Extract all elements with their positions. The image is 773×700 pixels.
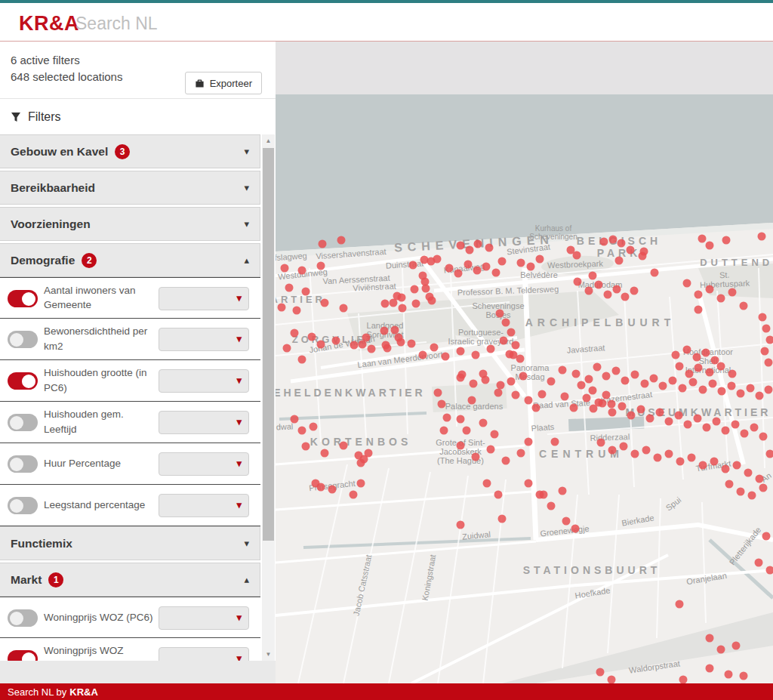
location-dot[interactable] bbox=[443, 414, 451, 422]
location-dot[interactable] bbox=[368, 345, 376, 353]
location-dot[interactable] bbox=[608, 409, 617, 417]
location-dot[interactable] bbox=[365, 449, 373, 458]
location-dot[interactable] bbox=[302, 288, 310, 296]
location-dot[interactable] bbox=[492, 269, 500, 277]
location-dot[interactable] bbox=[583, 394, 591, 402]
location-dot[interactable] bbox=[337, 236, 346, 245]
location-dot[interactable] bbox=[725, 480, 734, 489]
location-dot[interactable] bbox=[536, 491, 544, 499]
location-dot[interactable] bbox=[494, 389, 503, 397]
location-dot[interactable] bbox=[621, 293, 630, 301]
location-dot[interactable] bbox=[694, 415, 702, 423]
location-dot[interactable] bbox=[517, 449, 525, 458]
location-dot[interactable] bbox=[457, 521, 465, 529]
dropdown-woningprijs-woz-buurt[interactable]: ▾ bbox=[159, 647, 249, 661]
location-dot[interactable] bbox=[525, 396, 533, 405]
location-dot[interactable] bbox=[676, 458, 685, 466]
location-dot[interactable] bbox=[310, 423, 318, 431]
location-dot[interactable] bbox=[596, 668, 605, 677]
location-dot[interactable] bbox=[430, 344, 439, 352]
location-dot[interactable] bbox=[494, 491, 503, 499]
location-dot[interactable] bbox=[551, 438, 559, 446]
location-dot[interactable] bbox=[762, 532, 771, 541]
location-dot[interactable] bbox=[512, 341, 520, 350]
location-dot[interactable] bbox=[676, 362, 684, 371]
location-dot[interactable] bbox=[317, 262, 325, 270]
location-dot[interactable] bbox=[766, 336, 773, 344]
location-dot[interactable] bbox=[485, 244, 494, 252]
location-dot[interactable] bbox=[428, 297, 436, 305]
location-dot[interactable] bbox=[722, 427, 730, 435]
location-dot[interactable] bbox=[740, 672, 748, 680]
location-dot[interactable] bbox=[500, 337, 508, 345]
location-dot[interactable] bbox=[382, 341, 390, 350]
location-dot[interactable] bbox=[302, 443, 310, 451]
location-dot[interactable] bbox=[732, 642, 741, 650]
location-dot[interactable] bbox=[728, 370, 737, 378]
location-dot[interactable] bbox=[464, 261, 473, 269]
dropdown-woningprijs-woz-pc6[interactable]: ▾ bbox=[159, 606, 249, 630]
location-dot[interactable] bbox=[717, 646, 725, 654]
location-dot[interactable] bbox=[397, 338, 405, 347]
location-dot[interactable] bbox=[650, 375, 658, 383]
location-dot[interactable] bbox=[442, 353, 450, 361]
location-dot[interactable] bbox=[717, 294, 725, 303]
location-dot[interactable] bbox=[357, 459, 365, 467]
location-dot[interactable] bbox=[319, 240, 327, 248]
location-dot[interactable] bbox=[357, 480, 365, 488]
dropdown-huishouden-grootte-in-pc6[interactable]: ▾ bbox=[159, 369, 249, 393]
location-dot[interactable] bbox=[766, 450, 773, 458]
location-dot[interactable] bbox=[672, 351, 680, 359]
location-dot[interactable] bbox=[694, 306, 703, 314]
location-dot[interactable] bbox=[466, 246, 474, 254]
location-dot[interactable] bbox=[434, 389, 442, 397]
location-dot[interactable] bbox=[637, 406, 645, 414]
location-dot[interactable] bbox=[457, 442, 465, 450]
location-dot[interactable] bbox=[759, 313, 767, 322]
location-dot[interactable] bbox=[281, 264, 289, 273]
location-dot[interactable] bbox=[487, 345, 495, 353]
location-dot[interactable] bbox=[381, 300, 390, 308]
location-dot[interactable] bbox=[654, 454, 662, 462]
location-dot[interactable] bbox=[422, 285, 430, 293]
location-dot[interactable] bbox=[409, 261, 417, 270]
location-dot[interactable] bbox=[694, 291, 703, 299]
location-dot[interactable] bbox=[487, 446, 495, 454]
sidebar-scrollbar[interactable]: ▲ ▼ bbox=[262, 134, 275, 661]
location-dot[interactable] bbox=[293, 307, 301, 315]
location-dot[interactable] bbox=[482, 376, 490, 384]
location-dot[interactable] bbox=[758, 233, 766, 241]
location-dot[interactable] bbox=[291, 415, 299, 424]
location-dot[interactable] bbox=[559, 366, 567, 375]
location-dot[interactable] bbox=[278, 304, 286, 312]
location-dot[interactable] bbox=[506, 350, 514, 359]
toggle-aantal-inwoners-van-gemeente[interactable] bbox=[8, 290, 38, 307]
location-dot[interactable] bbox=[473, 267, 482, 275]
location-dot[interactable] bbox=[561, 393, 569, 401]
location-dot[interactable] bbox=[759, 433, 768, 441]
toggle-huur-percentage[interactable] bbox=[8, 455, 38, 473]
location-dot[interactable] bbox=[615, 257, 624, 265]
location-dot[interactable] bbox=[713, 418, 721, 426]
location-dot[interactable] bbox=[291, 329, 299, 338]
toggle-huishouden-gem-leeftijd[interactable] bbox=[8, 414, 38, 431]
location-dot[interactable] bbox=[472, 453, 480, 461]
location-dot[interactable] bbox=[574, 278, 582, 286]
location-dot[interactable] bbox=[631, 450, 639, 458]
location-dot[interactable] bbox=[585, 375, 593, 384]
location-dot[interactable] bbox=[679, 676, 688, 684]
location-dot[interactable] bbox=[659, 382, 667, 390]
location-dot[interactable] bbox=[497, 381, 505, 390]
location-dot[interactable] bbox=[766, 566, 773, 575]
location-dot[interactable] bbox=[502, 319, 510, 327]
location-dot[interactable] bbox=[408, 340, 416, 348]
location-dot[interactable] bbox=[328, 486, 337, 494]
location-dot[interactable] bbox=[750, 424, 759, 432]
location-dot[interactable] bbox=[728, 288, 737, 297]
location-dot[interactable] bbox=[669, 377, 677, 385]
location-dot[interactable] bbox=[463, 427, 471, 435]
location-dot[interactable] bbox=[602, 372, 611, 381]
location-dot[interactable] bbox=[679, 384, 687, 393]
location-dot[interactable] bbox=[562, 517, 571, 526]
location-dot[interactable] bbox=[612, 367, 621, 375]
